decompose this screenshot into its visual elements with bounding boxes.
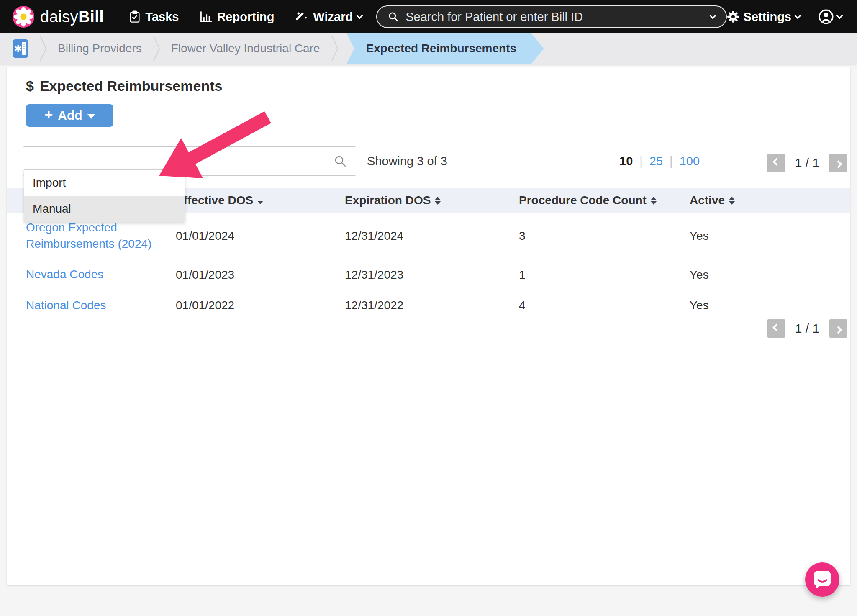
divider: | <box>670 154 673 168</box>
chevron-left-icon <box>772 158 780 165</box>
breadcrumb-separator-icon <box>331 35 339 62</box>
nav-wizard[interactable]: Wizard <box>296 10 362 24</box>
svg-text:✱: ✱ <box>14 44 22 54</box>
user-avatar-icon <box>819 9 834 24</box>
sort-desc-icon <box>257 201 263 204</box>
table-row: Nevada Codes 01/01/2023 12/31/2023 1 Yes <box>7 259 850 290</box>
brand-wordmark: daisyBill <box>40 8 104 26</box>
active-value: Yes <box>690 213 850 259</box>
page-indicator: 1 / 1 <box>794 156 821 170</box>
nav-tasks[interactable]: Tasks <box>129 10 179 24</box>
page-title: $ Expected Reimbursements <box>26 78 222 94</box>
nav-reporting-label: Reporting <box>217 10 274 24</box>
nav-reporting[interactable]: Reporting <box>200 10 274 24</box>
dollar-icon: $ <box>26 78 34 94</box>
results-count: Showing 3 of 3 <box>367 146 447 176</box>
pagination-top: 1 / 1 <box>767 154 847 172</box>
breadcrumb-separator-icon <box>39 35 47 62</box>
next-page-button[interactable] <box>829 319 847 338</box>
search-icon <box>334 155 346 167</box>
page-size-selector: 10 | 25 | 100 <box>619 146 700 176</box>
nav-user-menu[interactable] <box>819 9 842 24</box>
nav-settings-label: Settings <box>744 10 791 24</box>
next-page-button[interactable] <box>829 154 847 172</box>
expiration-dos-value: 12/31/2023 <box>345 259 519 290</box>
gear-icon <box>727 10 739 23</box>
global-search[interactable] <box>376 5 726 28</box>
chat-launcher-button[interactable] <box>805 562 839 597</box>
page-size-25[interactable]: 25 <box>649 154 663 168</box>
chevron-right-icon <box>834 326 842 334</box>
chevron-down-icon <box>795 12 801 19</box>
sort-both-icon <box>729 197 735 205</box>
chevron-down-icon <box>357 12 363 19</box>
prev-page-button[interactable] <box>767 319 785 338</box>
reimbursement-link[interactable]: National Codes <box>26 298 106 314</box>
chat-bubble-icon <box>813 570 831 589</box>
chevron-left-icon <box>772 323 780 331</box>
breadcrumb-provider-name[interactable]: Flower Valley Industrial Care <box>171 42 320 55</box>
navbar-right: Settings <box>727 9 844 24</box>
account-home-icon: ✱ <box>13 39 28 58</box>
sort-both-icon <box>435 197 441 205</box>
active-value: Yes <box>690 259 850 290</box>
procedure-code-count-value: 4 <box>519 290 690 321</box>
column-header-procedure-code-count[interactable]: Procedure Code Count <box>519 188 690 213</box>
column-header-effective-dos[interactable]: Effective DOS <box>176 188 345 213</box>
effective-dos-value: 01/01/2024 <box>176 213 345 259</box>
nav-wizard-label: Wizard <box>313 10 353 24</box>
reimbursement-link[interactable]: Oregon Expected Reimbursements (2024) <box>26 220 152 252</box>
search-icon <box>388 11 399 22</box>
breadcrumb-separator-icon <box>153 35 160 62</box>
nav-settings[interactable]: Settings <box>727 10 800 24</box>
add-dropdown-menu: Import Manual <box>24 169 185 222</box>
breadcrumb-billing-providers[interactable]: Billing Providers <box>58 42 142 55</box>
expiration-dos-value: 12/31/2024 <box>345 213 519 259</box>
expiration-dos-value: 12/31/2022 <box>345 290 519 321</box>
effective-dos-value: 01/01/2023 <box>176 259 345 290</box>
active-value: Yes <box>690 290 850 321</box>
pagination-bottom: 1 / 1 <box>767 319 847 338</box>
breadcrumb-active-expected-reimbursements: Expected Reimbursements <box>347 33 544 64</box>
column-header-active[interactable]: Active <box>690 188 850 213</box>
add-menu-import[interactable]: Import <box>24 170 185 196</box>
prev-page-button[interactable] <box>767 154 785 172</box>
caret-down-icon <box>87 114 95 119</box>
page-size-100[interactable]: 100 <box>680 154 700 168</box>
table-row: National Codes 01/01/2022 12/31/2022 4 Y… <box>7 290 850 321</box>
breadcrumb-home[interactable]: ✱ <box>13 39 28 58</box>
wizard-wand-icon <box>296 10 308 23</box>
procedure-code-count-value: 3 <box>519 213 690 259</box>
sort-both-icon <box>651 197 657 205</box>
chevron-right-icon <box>834 160 842 168</box>
add-button[interactable]: + Add <box>26 104 113 127</box>
divider: | <box>639 154 643 168</box>
reimbursement-link[interactable]: Nevada Codes <box>26 267 103 283</box>
procedure-code-count-value: 1 <box>519 259 690 290</box>
tasks-clipboard-icon <box>129 10 141 23</box>
chevron-down-icon <box>836 12 843 19</box>
reporting-barchart-icon <box>200 11 212 23</box>
search-dropdown-chevron-icon[interactable] <box>709 12 716 19</box>
daisybill-brand[interactable]: daisyBill <box>13 6 104 28</box>
page-indicator: 1 / 1 <box>794 321 821 336</box>
page-size-10[interactable]: 10 <box>619 154 633 168</box>
add-menu-manual[interactable]: Manual <box>24 196 185 222</box>
breadcrumb: ✱ Billing Providers Flower Valley Indust… <box>0 33 857 64</box>
content-card: $ Expected Reimbursements + Add Showing … <box>7 67 850 585</box>
effective-dos-value: 01/01/2022 <box>176 290 345 321</box>
daisybill-logo-icon <box>13 6 34 28</box>
global-search-input[interactable] <box>405 10 710 24</box>
nav-tasks-label: Tasks <box>145 10 179 24</box>
top-navbar: daisyBill Tasks Reporting Wizard <box>0 0 857 33</box>
column-header-expiration-dos[interactable]: Expiration DOS <box>345 188 519 213</box>
plus-icon: + <box>44 108 53 122</box>
